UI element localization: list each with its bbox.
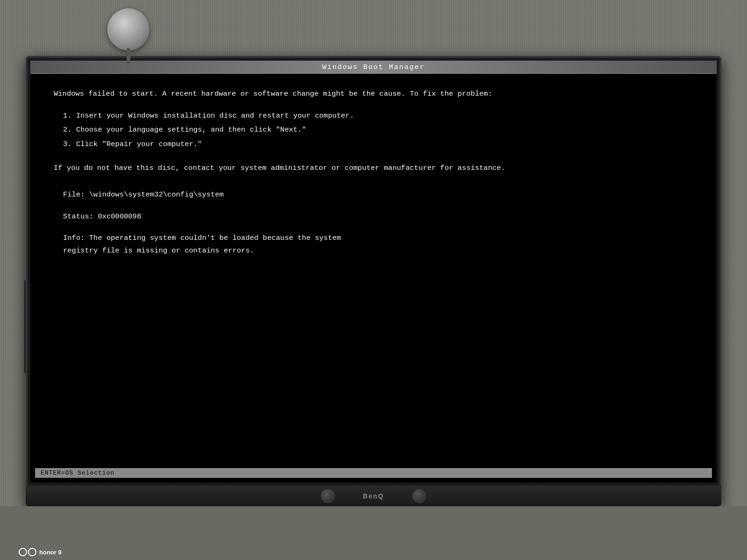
webcam [107, 8, 149, 50]
monitor: Windows Boot Manager Windows failed to s… [26, 56, 721, 506]
step-1: 1. Insert your Windows installation disc… [63, 110, 693, 122]
monitor-screen: Windows Boot Manager Windows failed to s… [30, 61, 717, 483]
steps-list: 1. Insert your Windows installation disc… [63, 110, 693, 150]
file-line: File: \windows\system32\config\system [63, 189, 693, 201]
status-bar-text: ENTER=OS Selection [41, 469, 114, 476]
monitor-button-right[interactable] [412, 489, 426, 503]
honor-circle-2 [28, 548, 36, 556]
status-bar: ENTER=OS Selection [35, 468, 712, 478]
info-text-1: Info: The operating system couldn't be l… [63, 234, 341, 242]
status-line: Status: 0xc0000098 [63, 210, 693, 223]
intro-text: Windows failed to start. A recent hardwa… [54, 88, 693, 100]
phone-brand: honor 9 [39, 549, 62, 556]
step-3: 3. Click "Repair your computer." [63, 138, 693, 150]
bottom-area: honor 9 [0, 506, 747, 560]
contact-text: If you do not have this disc, contact yo… [54, 162, 693, 175]
honor-circles [19, 548, 36, 556]
honor-circle-1 [19, 548, 27, 556]
monitor-button-left[interactable] [321, 489, 335, 503]
bios-content: Windows failed to start. A recent hardwa… [30, 74, 717, 468]
info-line: Info: The operating system couldn't be l… [63, 232, 693, 257]
monitor-bottom-bezel: BenQ [26, 485, 721, 506]
monitor-brand: BenQ [363, 492, 384, 500]
title-bar: Windows Boot Manager [30, 61, 717, 74]
title-bar-text: Windows Boot Manager [322, 63, 425, 71]
info-text-2: registry file is missing or contains err… [63, 246, 254, 255]
step-2: 2. Choose your language settings, and th… [63, 124, 693, 136]
phone-logo-area: honor 9 [19, 548, 62, 556]
